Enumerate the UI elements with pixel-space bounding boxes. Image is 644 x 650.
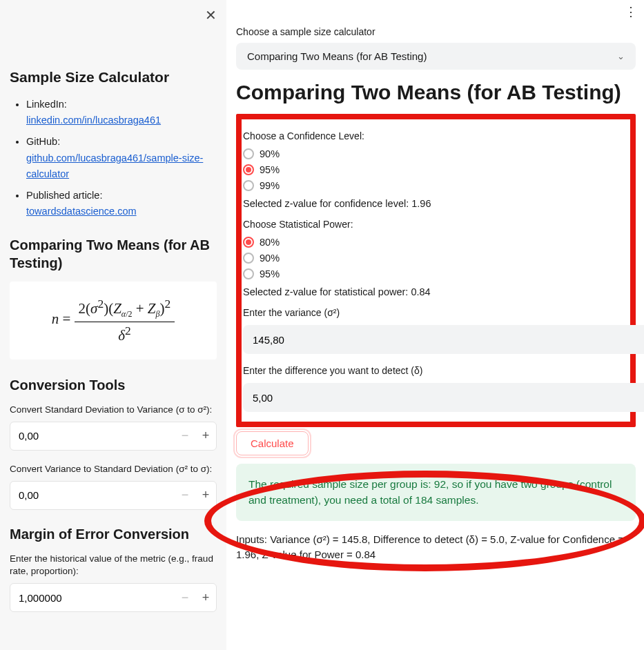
radio-label: 95% bbox=[260, 268, 280, 279]
calculate-button[interactable]: Calculate bbox=[236, 431, 309, 455]
formula-denominator: δ2 bbox=[75, 322, 175, 344]
decrement-button[interactable]: − bbox=[175, 422, 195, 450]
delta-label: Enter the difference you want to detect … bbox=[243, 365, 625, 376]
dropdown-selected-value: Comparing Two Means (for AB Testing) bbox=[247, 50, 427, 62]
power-radio-90[interactable]: 90% bbox=[243, 253, 625, 264]
radio-icon bbox=[243, 253, 254, 264]
increment-button[interactable]: + bbox=[195, 422, 216, 450]
sd-to-var-input[interactable] bbox=[10, 423, 175, 449]
minus-icon: − bbox=[182, 429, 189, 442]
radio-icon bbox=[243, 180, 254, 191]
plus-icon: + bbox=[202, 488, 210, 502]
calculator-dropdown[interactable]: Comparing Two Means (for AB Testing) ⌄ bbox=[236, 43, 636, 70]
link-label: LinkedIn: bbox=[26, 99, 67, 110]
plus-icon: + bbox=[202, 591, 210, 604]
result-message: The required sample size per group is: 9… bbox=[236, 464, 636, 521]
variance-input[interactable] bbox=[243, 327, 644, 353]
formula-lhs: n = bbox=[52, 311, 75, 327]
minus-icon: − bbox=[182, 488, 189, 502]
sidebar: ✕ Sample Size Calculator LinkedIn: linke… bbox=[0, 0, 226, 650]
radio-icon bbox=[243, 268, 254, 279]
radio-icon bbox=[243, 164, 254, 175]
radio-label: 90% bbox=[260, 148, 280, 159]
link-label: Published article: bbox=[26, 190, 102, 201]
page-title: Comparing Two Means (for AB Testing) bbox=[236, 81, 636, 104]
sd-to-var-input-wrap: − + bbox=[10, 422, 217, 451]
power-z-value-text: Selected z-value for statistical power: … bbox=[243, 286, 625, 297]
linkedin-link[interactable]: linkedin.com/in/lucasbraga461 bbox=[26, 115, 161, 126]
conversion-tools-heading: Conversion Tools bbox=[10, 376, 217, 394]
increment-button[interactable]: + bbox=[195, 584, 216, 611]
inputs-summary-text: Inputs: Variance (σ²) = 145.8, Differenc… bbox=[236, 532, 636, 563]
sidebar-links-list: LinkedIn: linkedin.com/in/lucasbraga461 … bbox=[10, 97, 217, 219]
more-menu-button[interactable]: ⋮ bbox=[625, 4, 637, 19]
var-to-sd-label: Convert Variance to Standard Deviation (… bbox=[10, 463, 217, 475]
variance-label: Enter the variance (σ²) bbox=[243, 307, 625, 318]
margin-heading: Margin of Error Conversion bbox=[10, 525, 217, 543]
decrement-button[interactable]: − bbox=[175, 482, 195, 509]
chevron-down-icon: ⌄ bbox=[617, 51, 625, 61]
github-link[interactable]: github.com/lucasbraga461/sample-size-cal… bbox=[26, 152, 203, 179]
kebab-icon: ⋮ bbox=[625, 5, 637, 19]
formula-box: n = 2(σ2)(Zα/2 + Zβ)2 δ2 bbox=[10, 282, 217, 359]
minus-icon: − bbox=[182, 591, 189, 604]
sidebar-title: Sample Size Calculator bbox=[10, 69, 217, 86]
radio-label: 90% bbox=[260, 253, 280, 264]
sd-to-var-label: Convert Standard Deviation to Variance (… bbox=[10, 404, 217, 416]
formula-fraction: 2(σ2)(Zα/2 + Zβ)2 δ2 bbox=[75, 297, 175, 344]
plus-icon: + bbox=[202, 429, 210, 442]
confidence-level-label: Choose a Confidence Level: bbox=[243, 130, 625, 141]
power-label: Choose Statistical Power: bbox=[243, 219, 625, 230]
annotation-highlight-box: Choose a Confidence Level: 90% 95% 99% S… bbox=[236, 114, 636, 427]
increment-button[interactable]: + bbox=[195, 482, 216, 509]
radio-icon bbox=[243, 237, 254, 248]
main-content: ⋮ Choose a sample size calculator Compar… bbox=[226, 0, 644, 650]
var-to-sd-input-wrap: − + bbox=[10, 481, 217, 510]
margin-input-wrap: − + bbox=[10, 583, 217, 612]
confidence-radio-90[interactable]: 90% bbox=[243, 148, 625, 159]
decrement-button[interactable]: − bbox=[175, 584, 195, 611]
confidence-z-value-text: Selected z-value for confidence level: 1… bbox=[243, 198, 625, 209]
margin-input[interactable] bbox=[10, 585, 175, 611]
delta-input-wrap: − + bbox=[243, 383, 644, 412]
formula-numerator: 2(σ2)(Zα/2 + Zβ)2 bbox=[75, 297, 175, 322]
list-item: GitHub: github.com/lucasbraga461/sample-… bbox=[26, 134, 217, 182]
var-to-sd-input[interactable] bbox=[10, 482, 175, 508]
radio-label: 99% bbox=[260, 180, 280, 191]
link-label: GitHub: bbox=[26, 136, 60, 147]
delta-input[interactable] bbox=[243, 385, 644, 411]
article-link[interactable]: towardsdatascience.com bbox=[26, 206, 137, 217]
list-item: Published article: towardsdatascience.co… bbox=[26, 188, 217, 219]
confidence-radio-95[interactable]: 95% bbox=[243, 164, 625, 175]
close-icon: ✕ bbox=[205, 8, 217, 23]
variance-input-wrap: − + bbox=[243, 325, 644, 354]
radio-label: 95% bbox=[260, 164, 280, 175]
power-radio-80[interactable]: 80% bbox=[243, 237, 625, 248]
confidence-radio-99[interactable]: 99% bbox=[243, 180, 625, 191]
margin-label: Enter the historical value of the metric… bbox=[10, 553, 217, 578]
radio-label: 80% bbox=[260, 237, 280, 248]
radio-icon bbox=[243, 148, 254, 159]
power-radio-95[interactable]: 95% bbox=[243, 268, 625, 279]
close-sidebar-button[interactable]: ✕ bbox=[205, 8, 217, 22]
list-item: LinkedIn: linkedin.com/in/lucasbraga461 bbox=[26, 97, 217, 128]
sidebar-section-heading: Comparing Two Means (for AB Testing) bbox=[10, 236, 217, 272]
calculator-chooser-label: Choose a sample size calculator bbox=[236, 26, 636, 37]
